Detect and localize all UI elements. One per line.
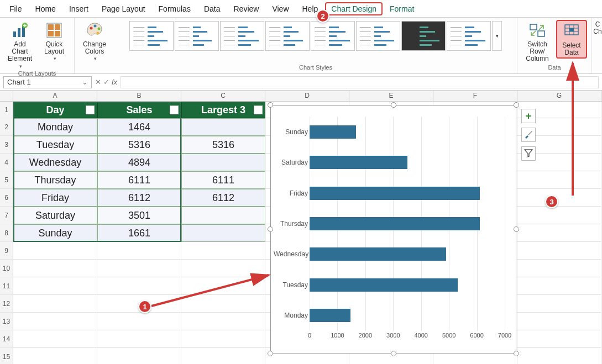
row-header-2[interactable]: 2 [0, 118, 13, 136]
resize-handle[interactable] [514, 351, 519, 356]
chart-style-gallery[interactable]: ▾ [129, 20, 502, 51]
row-header-12[interactable]: 12 [0, 295, 13, 313]
chart-style-4[interactable] [265, 21, 310, 51]
cell-a7[interactable]: Saturday [13, 207, 97, 224]
quick-layout-button[interactable]: Quick Layout ▾ [39, 20, 70, 63]
cell-c5[interactable]: 6111 [181, 171, 265, 189]
name-box-dropdown-icon[interactable]: ⌄ [82, 78, 88, 86]
chart-bar[interactable] [310, 125, 356, 139]
formula-enter-icon[interactable]: ✓ [103, 78, 109, 86]
cell-g8[interactable] [517, 224, 601, 242]
fx-icon[interactable]: fx [112, 78, 117, 86]
menu-view[interactable]: View [266, 2, 295, 15]
menu-home[interactable]: Home [29, 2, 62, 15]
row-header-11[interactable]: 11 [0, 277, 13, 295]
cell-c2[interactable] [181, 118, 265, 136]
col-header-c[interactable]: C [181, 91, 265, 101]
col-header-a[interactable]: A [13, 91, 97, 101]
row-header-6[interactable]: 6 [0, 189, 13, 207]
gallery-more-icon[interactable]: ▾ [496, 33, 499, 39]
row-header-9[interactable]: 9 [0, 242, 13, 260]
clipped-button[interactable]: C Ch [594, 20, 601, 36]
cell-b7[interactable]: 3501 [97, 207, 181, 224]
menu-format[interactable]: Format [384, 2, 420, 15]
row-header-1[interactable]: 1 [0, 102, 13, 118]
row-header-14[interactable]: 14 [0, 330, 13, 348]
embedded-chart[interactable]: + SundaySaturdayFridayThursdayWednesdayT… [270, 105, 516, 354]
col-header-d[interactable]: D [265, 91, 349, 101]
switch-row-column-button[interactable]: Switch Row/ Column [522, 20, 553, 64]
col-header-b[interactable]: B [97, 91, 181, 101]
chart-bar[interactable] [310, 156, 407, 169]
cell-c3[interactable]: 5316 [181, 136, 265, 154]
row-header-5[interactable]: 5 [0, 171, 13, 189]
row-header-7[interactable]: 7 [0, 207, 13, 224]
chart-bar[interactable] [310, 309, 350, 322]
cell-a5[interactable]: Thursday [13, 171, 97, 189]
cell-c4[interactable] [181, 154, 265, 171]
cell-b1[interactable]: Sales▾ [97, 102, 181, 118]
menu-file[interactable]: File [3, 2, 28, 15]
cell-a4[interactable]: Wednesday [13, 154, 97, 171]
cell-g6[interactable] [517, 189, 601, 207]
row-header-8[interactable]: 8 [0, 224, 13, 242]
menu-chart-design[interactable]: Chart Design [325, 2, 383, 15]
chart-elements-button[interactable]: + [521, 109, 536, 123]
cell-b6[interactable]: 6112 [97, 189, 181, 207]
col-header-e[interactable]: E [349, 91, 433, 101]
cell-c6[interactable]: 6112 [181, 189, 265, 207]
resize-handle[interactable] [268, 226, 273, 232]
cell-a8[interactable]: Sunday [13, 224, 97, 242]
cell-b2[interactable]: 1464 [97, 118, 181, 136]
chart-style-2[interactable] [175, 21, 219, 51]
resize-handle[interactable] [268, 102, 273, 108]
col-header-f[interactable]: F [433, 91, 517, 101]
cell-c1[interactable]: Largest 3▾ [181, 102, 265, 118]
chart-style-3[interactable] [220, 21, 264, 51]
resize-handle[interactable] [391, 351, 396, 356]
chart-style-8[interactable] [447, 21, 491, 51]
cell-b5[interactable]: 6111 [97, 171, 181, 189]
menu-page-layout[interactable]: Page Layout [96, 2, 151, 15]
resize-handle[interactable] [514, 226, 519, 232]
col-header-g[interactable]: G [517, 91, 601, 101]
chart-bar[interactable] [310, 278, 458, 292]
chart-bar[interactable] [310, 247, 446, 261]
chart-filters-button[interactable] [521, 146, 536, 161]
row-header-15[interactable]: 15 [0, 348, 13, 364]
change-colors-button[interactable]: Change Colors ▾ [79, 20, 110, 63]
menu-insert[interactable]: Insert [63, 2, 95, 15]
resize-handle[interactable] [268, 351, 273, 356]
resize-handle[interactable] [514, 102, 519, 108]
chart-bar[interactable] [310, 187, 480, 200]
resize-handle[interactable] [391, 102, 396, 108]
row-header-3[interactable]: 3 [0, 136, 13, 154]
add-chart-element-button[interactable]: Add Chart Element ▾ [4, 20, 35, 70]
cell-a1[interactable]: Day▾ [13, 102, 97, 118]
chart-style-1[interactable] [129, 21, 174, 51]
chart-style-7[interactable] [401, 21, 446, 51]
cell-a6[interactable]: Friday [13, 189, 97, 207]
menu-data[interactable]: Data [198, 2, 227, 15]
filter-dropdown-icon[interactable]: ▾ [254, 105, 263, 114]
menu-review[interactable]: Review [228, 2, 265, 15]
row-header-4[interactable]: 4 [0, 154, 13, 171]
cell-b8[interactable]: 1661 [97, 224, 181, 242]
cell-c8[interactable] [181, 224, 265, 242]
filter-dropdown-icon[interactable]: ▾ [86, 105, 95, 114]
formula-cancel-icon[interactable]: ✕ [95, 78, 101, 86]
cell-b3[interactable]: 5316 [97, 136, 181, 154]
cell-c7[interactable] [181, 207, 265, 224]
chart-style-5[interactable] [311, 21, 355, 51]
chart-bar[interactable] [310, 217, 480, 230]
row-header-10[interactable]: 10 [0, 260, 13, 277]
formula-bar[interactable] [121, 76, 599, 88]
cell-g5[interactable] [517, 171, 601, 189]
row-header-13[interactable]: 13 [0, 313, 13, 330]
cell-a3[interactable]: Tuesday [13, 136, 97, 154]
cell-b4[interactable]: 4894 [97, 154, 181, 171]
cell-g7[interactable] [517, 207, 601, 224]
menu-formulas[interactable]: Formulas [153, 2, 197, 15]
select-all-corner[interactable] [0, 91, 13, 101]
cell-a2[interactable]: Monday [13, 118, 97, 136]
